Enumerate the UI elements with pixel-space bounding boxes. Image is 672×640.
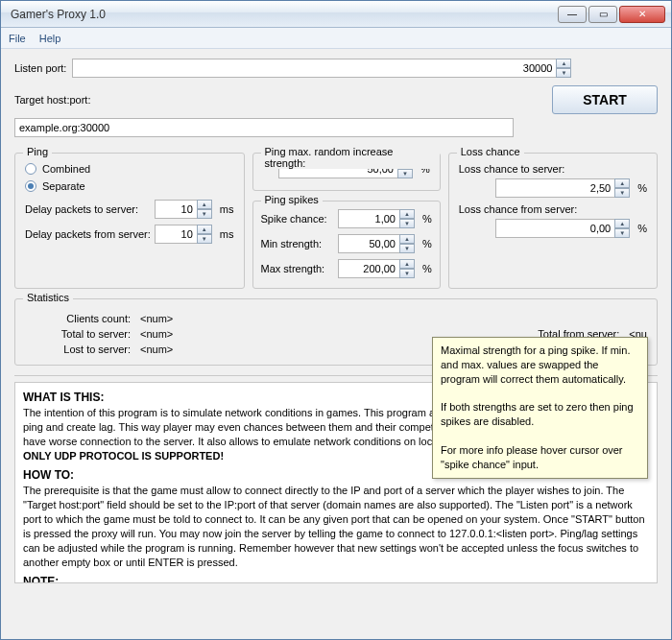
loss-to-field[interactable]: ▲▼ — [495, 178, 630, 198]
spikes-group: Ping spikes Spike chance:▲▼% Min strengt… — [252, 201, 441, 289]
app-window: Gamer's Proxy 1.0 — ▭ ✕ File Help Listen… — [0, 0, 672, 640]
listen-port-field[interactable]: ▲▼ — [72, 59, 571, 78]
ping-group: Ping Combined Separate Delay packets to … — [14, 153, 245, 289]
menu-help[interactable]: Help — [39, 33, 61, 44]
stats-title: Statistics — [23, 292, 73, 303]
titlebar[interactable]: Gamer's Proxy 1.0 — ▭ ✕ — [1, 1, 671, 28]
listen-port-input[interactable] — [72, 59, 556, 78]
lost-to-value: <num> — [140, 344, 173, 355]
delay-to-label: Delay packets to server: — [25, 203, 138, 215]
pingmax-title: Ping max. random increase strength: — [261, 146, 440, 169]
content-area: Listen port: ▲▼ Target host:port: START … — [1, 49, 671, 639]
minimize-button[interactable]: — — [558, 6, 587, 23]
spike-max-field[interactable]: ▲▼ — [338, 259, 415, 278]
spike-chance-field[interactable]: ▲▼ — [338, 209, 415, 228]
window-controls: — ▭ ✕ — [558, 6, 665, 23]
info-h3: NOTE: — [23, 575, 649, 583]
total-to-value: <num> — [140, 328, 173, 340]
listen-label: Listen port: — [14, 62, 66, 74]
target-input[interactable] — [14, 118, 514, 137]
loss-title: Loss chance — [457, 146, 524, 157]
clients-value: <num> — [140, 313, 173, 324]
menu-file[interactable]: File — [9, 33, 26, 44]
close-button[interactable]: ✕ — [619, 6, 665, 23]
listen-row: Listen port: ▲▼ — [14, 59, 658, 78]
menu-bar: File Help — [1, 28, 671, 49]
chevron-down-icon[interactable]: ▼ — [556, 68, 571, 78]
radio-icon — [25, 163, 36, 175]
delay-to-field[interactable]: ▲▼ — [155, 200, 212, 219]
radio-separate[interactable]: Separate — [25, 180, 234, 192]
window-title: Gamer's Proxy 1.0 — [11, 8, 558, 21]
radio-icon — [25, 180, 36, 192]
loss-group: Loss chance Loss chance to server: ▲▼% L… — [448, 153, 658, 289]
radio-combined[interactable]: Combined — [25, 163, 234, 175]
loss-from-field[interactable]: ▲▼ — [495, 219, 630, 238]
delay-from-label: Delay packets from server: — [25, 228, 151, 240]
spikes-title: Ping spikes — [261, 194, 323, 205]
start-button[interactable]: START — [552, 85, 658, 114]
pingmax-group: Ping max. random increase strength: ▲▼ % — [252, 153, 441, 191]
delay-from-field[interactable]: ▲▼ — [155, 225, 212, 244]
chevron-up-icon[interactable]: ▲ — [556, 59, 571, 68]
target-label: Target host:port: — [14, 94, 91, 106]
spike-min-field[interactable]: ▲▼ — [338, 234, 415, 253]
tooltip: Maximal strength for a ping spike. If mi… — [432, 337, 648, 479]
maximize-button[interactable]: ▭ — [588, 6, 617, 23]
ping-title: Ping — [23, 146, 52, 157]
